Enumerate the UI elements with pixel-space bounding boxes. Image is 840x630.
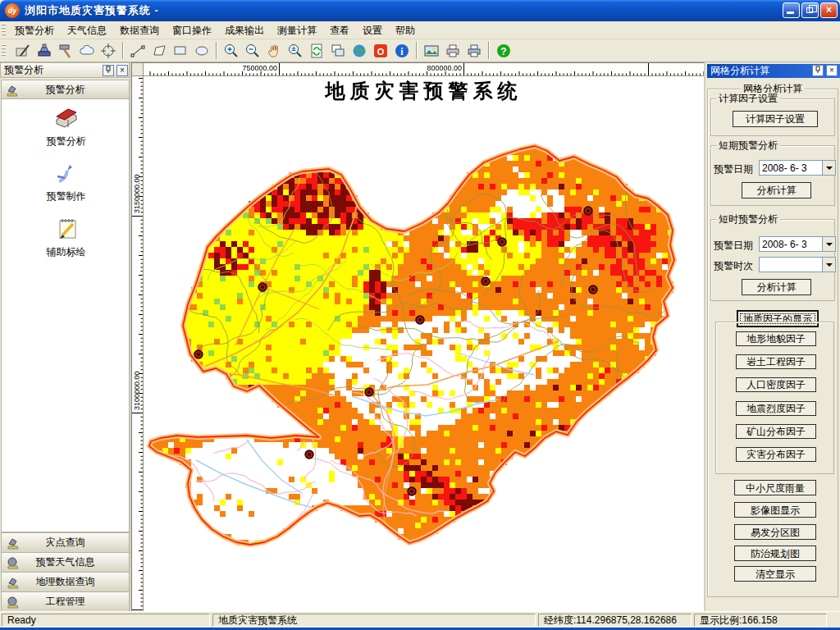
left-item-warning-make[interactable]: 预警制作 [2, 159, 130, 203]
toolbar-image-display-button[interactable] [421, 40, 442, 61]
toolbar-print-button[interactable] [463, 40, 485, 61]
left-category-label: 预警天气信息 [36, 556, 95, 568]
zoom-full-icon [287, 43, 304, 59]
stop-icon: O [372, 43, 389, 59]
toolbar-separator [122, 42, 124, 59]
print-map-icon [445, 43, 461, 59]
minimize-button[interactable] [783, 2, 800, 18]
restore-button[interactable] [801, 2, 819, 18]
polygon-tool-icon [151, 43, 167, 59]
geotech-factor-button[interactable]: 岩土工程因子 [736, 354, 816, 369]
line-tool-icon [130, 43, 146, 59]
left-panel-close-button[interactable]: × [116, 65, 128, 76]
toolbar-polygon-tool-button[interactable] [148, 40, 170, 61]
left-item-label: 预警分析 [2, 135, 130, 148]
left-item-aux-plot[interactable]: 辅助标绘 [2, 215, 130, 259]
left-panel-section-header[interactable]: 预警分析 [1, 80, 130, 99]
zoom-out-icon [244, 43, 261, 59]
toolbar-grip[interactable] [2, 44, 6, 57]
toolbar-refresh-button[interactable] [306, 40, 327, 61]
short-term-date-value: 2008- 6- 3 [762, 162, 807, 175]
minimize-icon [787, 11, 794, 14]
window-title: 浏阳市地质灾害预警系统 - [25, 0, 159, 21]
toolbar-stop-button[interactable]: O [370, 40, 391, 61]
toolbar-info-button[interactable]: i [391, 40, 413, 61]
menu-help[interactable]: 帮助 [389, 21, 422, 39]
toolbar-aux-plot-button[interactable] [55, 40, 76, 61]
map-title: 地质灾害预警系统 [143, 78, 705, 104]
mine-factor-button[interactable]: 矿山分布因子 [736, 424, 816, 439]
factor-setup-button[interactable]: 计算因子设置 [733, 111, 818, 127]
zoom-in-icon [223, 43, 240, 59]
toolbar-warning-analysis-button[interactable] [12, 40, 34, 61]
nowcast-analyze-button[interactable]: 分析计算 [742, 279, 811, 295]
book-icon [52, 104, 80, 132]
left-category-geo-data-query[interactable]: 地理数据查询 [1, 572, 130, 591]
toolbar-warning-make-button[interactable] [34, 40, 55, 61]
toolbar-zoom-in-button[interactable] [221, 40, 242, 61]
menu-warning-analysis[interactable]: 预警分析 [8, 21, 61, 39]
print-icon [466, 43, 482, 59]
toolbar-print-map-button[interactable] [442, 40, 463, 61]
toolbar-pan-button[interactable] [263, 40, 285, 61]
toolbar-separator [488, 42, 490, 59]
right-panel-close-button[interactable]: × [826, 65, 838, 76]
toolbar-locate-button[interactable] [98, 40, 119, 61]
stamp-icon [7, 536, 20, 550]
chevron-down-icon[interactable] [822, 161, 835, 175]
chevron-down-icon[interactable] [822, 237, 835, 251]
nowcast-date-combo[interactable]: 2008- 6- 3 [759, 236, 836, 252]
menu-result-output[interactable]: 成果输出 [218, 21, 271, 39]
disaster-factor-button[interactable]: 灾害分布因子 [736, 447, 816, 462]
short-term-date-combo[interactable]: 2008- 6- 3 [759, 160, 836, 176]
right-panel: 网格分析计算 × 网格分析计算 计算因子设置 计算因子设置 短期预警分析 预警日… [704, 62, 840, 611]
terrain-factor-button[interactable]: 地形地貌因子 [736, 331, 816, 346]
chevron-down-icon[interactable] [822, 258, 835, 272]
short-term-label: 短期预警分析 [716, 139, 780, 151]
toolbar-ellipse-tool-button[interactable] [191, 40, 212, 61]
menu-data-query[interactable]: 数据查询 [113, 21, 166, 39]
status-coordinates: 经纬度:114.296875,28.162686 [538, 614, 692, 627]
copy-window-icon [330, 43, 346, 59]
status-bar: Ready 地质灾害预警系统 经纬度:114.296875,28.162686 … [0, 611, 840, 628]
seismic-factor-button[interactable]: 地震烈度因子 [736, 401, 816, 416]
menu-settings[interactable]: 设置 [356, 21, 389, 39]
short-term-analyze-button[interactable]: 分析计算 [742, 182, 811, 199]
stamp-icon [7, 576, 20, 589]
toolbar-cloud-button[interactable] [76, 40, 98, 61]
rectangle-tool-icon [172, 43, 189, 59]
menu-window-ops[interactable]: 窗口操作 [166, 21, 218, 39]
short-term-date-label: 预警日期 [714, 162, 753, 176]
nowcast-time-combo[interactable] [759, 257, 836, 272]
right-panel-pin-button[interactable] [812, 65, 824, 76]
toolbar-zoom-full-button[interactable] [285, 40, 306, 61]
toolbar-rectangle-tool-button[interactable] [170, 40, 191, 61]
left-panel-body: 预警分析 预警制作 辅助标绘 [1, 99, 130, 532]
toolbar-separator [416, 42, 418, 59]
susceptibility-map-button[interactable]: 易发分区图 [734, 524, 816, 540]
toolbar-globe-button[interactable] [349, 40, 370, 61]
image-map-button[interactable]: 影像图显示 [734, 502, 816, 518]
population-factor-button[interactable]: 人口密度因子 [736, 377, 816, 392]
menu-view[interactable]: 查看 [323, 21, 356, 39]
clear-display-button[interactable]: 清空显示 [734, 566, 816, 582]
close-button[interactable]: × [820, 2, 838, 18]
toolbar-line-tool-button[interactable] [127, 40, 148, 61]
toolbar-copy-window-button[interactable] [327, 40, 349, 61]
left-panel-pin-button[interactable] [103, 65, 114, 76]
stamp-icon [6, 84, 19, 97]
pen-hand-icon [52, 159, 80, 187]
menu-measure[interactable]: 测量计算 [271, 21, 323, 39]
help-icon: ? [495, 43, 512, 59]
left-item-warning-analysis[interactable]: 预警分析 [2, 104, 130, 148]
prevention-plan-button[interactable]: 防治规划图 [734, 546, 816, 561]
menu-grip[interactable] [2, 24, 6, 37]
left-category-disaster-query[interactable]: 灾点查询 [1, 532, 130, 552]
toolbar-zoom-out-button[interactable] [242, 40, 263, 61]
rainfall-scale-button[interactable]: 中小尺度雨量 [734, 480, 816, 495]
map-canvas[interactable] [132, 63, 705, 612]
menu-weather-info[interactable]: 天气信息 [61, 21, 113, 39]
toolbar-help-button[interactable]: ? [493, 40, 514, 61]
left-category-project-manage[interactable]: 工程管理 [1, 591, 130, 611]
left-category-warning-weather[interactable]: 预警天气信息 [1, 552, 130, 572]
